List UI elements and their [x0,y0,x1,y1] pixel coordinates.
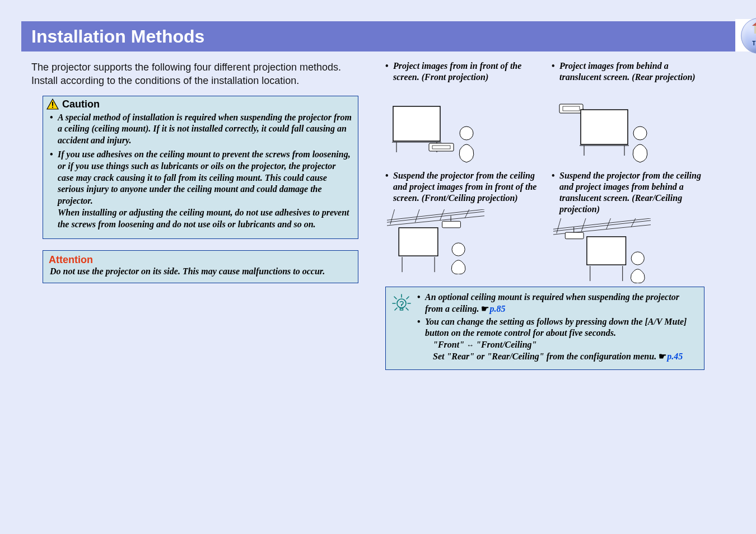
method-rear-ceiling: Suspend the projector from the ceiling a… [552,170,704,283]
svg-rect-2 [52,107,53,108]
hint-item: You can change the setting as follows by… [417,316,698,363]
svg-rect-13 [581,110,628,144]
svg-line-50 [406,308,408,310]
svg-rect-26 [442,221,461,228]
method-text: Project images from behind a translucent… [552,60,704,96]
svg-line-22 [415,209,419,222]
svg-rect-3 [393,106,440,141]
intro-text: The projector supports the following fou… [31,60,363,88]
top-label: TOP [752,40,756,46]
attention-text: Do not use the projector on its side. Th… [43,266,358,283]
caution-box: Caution A special method of installation… [43,96,358,239]
hint-box: An optional ceiling mount is required wh… [385,287,704,370]
title-bar: Installation Methods TOP [21,21,735,51]
svg-point-30 [452,243,465,256]
method-rear: Project images from behind a translucent… [552,60,704,165]
method-front-ceiling: Suspend the projector from the ceiling a… [385,170,538,283]
svg-line-46 [407,297,409,299]
svg-rect-1 [52,102,53,106]
page-title: Installation Methods [31,26,204,47]
svg-line-36 [606,218,611,229]
hint-text: An optional ceiling mount is required wh… [425,292,679,313]
svg-line-32 [553,218,651,229]
svg-rect-7 [429,143,454,151]
svg-line-49 [395,308,397,310]
caution-label: Caution [62,99,100,110]
svg-rect-52 [400,308,403,310]
method-text: Suspend the projector from the ceiling a… [552,170,704,215]
svg-point-51 [397,299,406,308]
hint-item: An optional ceiling mount is required wh… [417,292,698,315]
swap-icon: ↔ [466,341,474,349]
hint-text: You can change the setting as follows by… [425,317,687,338]
svg-line-23 [440,209,445,220]
hint-set-text: Set "Rear" or "Rear/Ceiling" from the co… [433,352,659,361]
page-link-p45[interactable]: ☛p.45 [659,352,683,361]
swap-a: "Front" [433,340,464,349]
svg-rect-39 [565,232,584,239]
page-link-p85[interactable]: ☛p.85 [481,304,505,313]
tip-icon [390,292,413,364]
rear-projection-illustration [552,100,652,165]
method-text: Suspend the projector from the ceiling a… [385,170,538,206]
caution-item: If you use adhesives on the ceiling moun… [50,149,352,231]
rear-ceiling-illustration [552,218,652,283]
svg-point-43 [631,252,644,265]
svg-line-45 [394,297,396,299]
svg-line-34 [557,218,561,233]
svg-rect-27 [399,228,438,256]
home-icon [751,26,756,37]
svg-rect-40 [587,237,626,265]
svg-point-17 [633,127,647,140]
svg-line-35 [581,218,586,231]
front-projection-illustration [385,100,486,165]
method-text: Project images from in front of the scre… [385,60,538,96]
method-front: Project images from in front of the scre… [385,60,538,165]
swap-b: "Front/Ceiling" [476,340,536,349]
attention-label: Attention [43,251,358,266]
warning-icon [46,99,59,110]
attention-box: Attention Do not use the projector on it… [43,250,358,284]
caution-item: A special method of installation is requ… [50,112,352,147]
svg-point-9 [460,127,473,140]
svg-line-19 [387,209,484,220]
front-ceiling-illustration [385,209,486,274]
svg-line-21 [390,209,395,224]
